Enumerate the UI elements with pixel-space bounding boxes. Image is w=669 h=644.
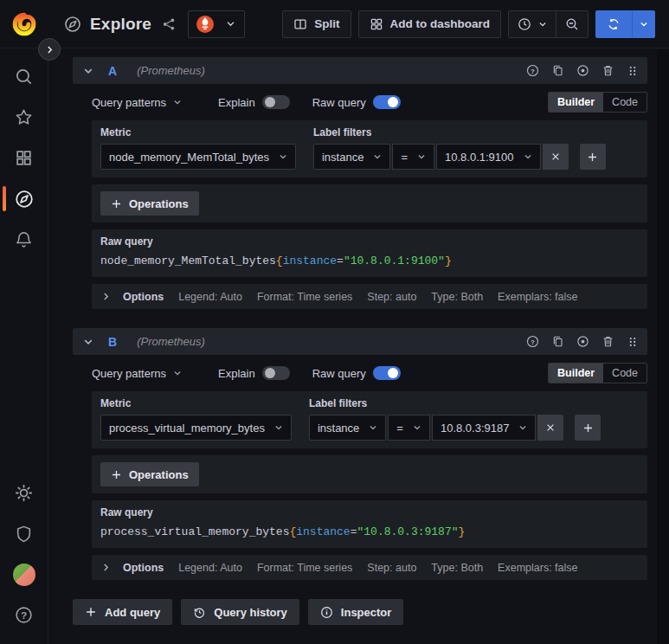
plus-icon <box>582 422 594 434</box>
query-options-bar[interactable]: Options Legend: Auto Format: Time series… <box>92 284 647 309</box>
zoom-out-button[interactable] <box>556 11 588 37</box>
query-row-header[interactable]: A (Prometheus) ? <box>73 57 647 84</box>
sidebar-item-profile[interactable] <box>0 554 48 595</box>
sidebar-expand-button[interactable] <box>38 38 61 61</box>
explain-label: Explain <box>218 96 255 109</box>
drag-handle-grip-icon[interactable] <box>627 336 639 348</box>
datasource-picker[interactable] <box>188 10 245 38</box>
label-operator-select[interactable]: = <box>388 415 430 441</box>
label-name-select[interactable]: instance <box>313 144 390 170</box>
code-metric: process_virtual_memory_bytes <box>100 525 289 538</box>
query-options-bar[interactable]: Options Legend: Auto Format: Time series… <box>92 555 647 580</box>
refresh-button[interactable] <box>595 10 632 38</box>
explain-toggle[interactable] <box>262 95 290 109</box>
chevron-down-icon <box>417 152 426 161</box>
drag-handle-grip-icon[interactable] <box>627 65 639 77</box>
options-title: Options <box>123 562 164 574</box>
explore-compass-icon <box>15 190 34 209</box>
disable-query-eye-icon[interactable] <box>576 64 589 77</box>
explain-toggle[interactable] <box>262 366 290 380</box>
refresh-interval-dropdown[interactable] <box>632 10 655 38</box>
label-filters-label: Label filters <box>313 127 606 138</box>
label-operator-select[interactable]: = <box>392 144 434 170</box>
datasource-help-icon[interactable]: ? <box>526 335 539 348</box>
inspector-button[interactable]: Inspector <box>308 599 404 625</box>
code-rbrace: } <box>459 525 466 538</box>
plus-icon <box>85 606 97 618</box>
query-patterns-label: Query patterns <box>92 96 166 109</box>
svg-text:?: ? <box>531 68 535 75</box>
datasource-help-icon[interactable]: ? <box>526 64 539 77</box>
code-metric: node_memory_MemTotal_bytes <box>100 254 276 267</box>
sidebar-item-server-admin[interactable] <box>0 513 48 554</box>
sidebar-item-configuration[interactable] <box>0 473 48 513</box>
label-name-select[interactable]: instance <box>309 415 386 441</box>
query-row-b: B (Prometheus) ? <box>73 328 647 583</box>
metric-field: Metric process_virtual_memory_bytes <box>100 398 292 441</box>
label-filters-field: Label filters instance = <box>313 127 606 170</box>
metric-select[interactable]: node_memory_MemTotal_bytes <box>100 144 296 170</box>
split-button[interactable]: Split <box>282 10 351 38</box>
query-builder-card: Metric node_memory_MemTotal_bytes Label … <box>92 120 647 177</box>
time-picker-button[interactable] <box>509 11 556 37</box>
chevron-down-icon <box>369 423 377 432</box>
svg-text:?: ? <box>21 609 27 621</box>
query-patterns-dropdown[interactable]: Query patterns <box>92 96 182 109</box>
scrollbar-track[interactable] <box>657 49 669 644</box>
query-row-header[interactable]: B (Prometheus) ? <box>73 328 647 355</box>
add-to-dashboard-button[interactable]: Add to dashboard <box>358 10 502 38</box>
sidebar-item-alerting[interactable] <box>0 219 48 260</box>
label-filters-field: Label filters instance = <box>309 398 601 441</box>
label-value-select[interactable]: 10.8.0.1:9100 <box>436 144 541 170</box>
remove-query-trash-icon[interactable] <box>601 335 614 348</box>
code-mode-button[interactable]: Code <box>603 93 646 112</box>
builder-mode-button[interactable]: Builder <box>549 93 603 112</box>
sidebar-item-search[interactable] <box>0 56 48 97</box>
collapse-chevron-down-icon[interactable] <box>83 66 93 76</box>
raw-query-toggle[interactable] <box>373 366 401 380</box>
sidebar: ? <box>0 48 48 644</box>
sidebar-item-dashboards[interactable] <box>0 138 48 178</box>
raw-query-label: Raw query <box>312 96 366 109</box>
query-history-button[interactable]: Query history <box>181 599 299 625</box>
raw-query-card: Raw query process_virtual_memory_bytes{i… <box>92 500 647 548</box>
duplicate-query-icon[interactable] <box>551 335 564 348</box>
query-patterns-dropdown[interactable]: Query patterns <box>92 367 182 380</box>
option-exemplars: Exemplars: false <box>498 291 577 303</box>
add-query-button[interactable]: Add query <box>73 599 172 625</box>
raw-query-toggle[interactable] <box>373 95 401 109</box>
remove-label-filter-button[interactable] <box>543 144 569 170</box>
collapse-chevron-down-icon[interactable] <box>83 337 93 347</box>
help-icon: ? <box>15 606 33 624</box>
chevron-right-icon[interactable] <box>101 292 111 301</box>
sidebar-item-explore[interactable] <box>0 178 48 219</box>
chevron-right-icon[interactable] <box>101 563 111 572</box>
code-mode-button[interactable]: Code <box>603 364 646 383</box>
raw-query-label: Raw query <box>312 367 366 380</box>
add-label-filter-button[interactable] <box>580 144 606 170</box>
chevron-down-icon <box>538 20 547 29</box>
add-label-filter-button[interactable] <box>575 415 601 441</box>
label-name-value: instance <box>318 422 359 435</box>
share-icon[interactable] <box>162 17 176 31</box>
label-name-value: instance <box>322 151 363 164</box>
add-operation-button[interactable]: Operations <box>100 191 199 216</box>
metric-select[interactable]: process_virtual_memory_bytes <box>100 415 292 441</box>
duplicate-query-icon[interactable] <box>551 64 564 77</box>
remove-query-trash-icon[interactable] <box>601 64 614 77</box>
operations-label: Operations <box>129 468 189 481</box>
topbar-actions: Split Add to dashboard <box>282 10 655 38</box>
query-editor-body: Query patterns Explain Raw query Builder… <box>73 84 647 312</box>
svg-text:?: ? <box>531 338 535 346</box>
chevron-down-icon <box>413 423 421 432</box>
sidebar-item-help[interactable]: ? <box>0 595 48 635</box>
alerting-bell-icon <box>15 230 33 248</box>
raw-query-code: process_virtual_memory_bytes{instance="1… <box>100 525 639 539</box>
remove-label-filter-button[interactable] <box>537 415 563 441</box>
label-value-select[interactable]: 10.8.0.3:9187 <box>432 415 537 441</box>
sidebar-item-starred[interactable] <box>0 97 48 138</box>
close-icon <box>550 151 561 162</box>
builder-mode-button[interactable]: Builder <box>549 364 603 383</box>
disable-query-eye-icon[interactable] <box>576 335 589 348</box>
add-operation-button[interactable]: Operations <box>100 462 199 486</box>
